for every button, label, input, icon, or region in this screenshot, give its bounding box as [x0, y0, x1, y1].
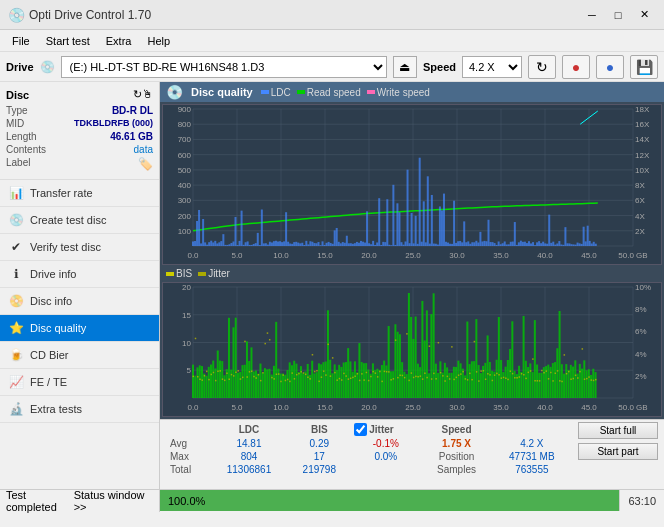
legend-ldc: LDC	[261, 87, 291, 98]
cd-bier-icon: 🍺	[8, 347, 24, 363]
close-button[interactable]: ✕	[632, 5, 656, 25]
window-controls: ─ □ ✕	[580, 5, 656, 25]
max-ldc: 804	[210, 450, 289, 463]
sidebar-item-cd-bier[interactable]: 🍺 CD Bier	[0, 342, 159, 369]
fe-te-icon: 📈	[8, 374, 24, 390]
disc-mid-key: MID	[6, 118, 24, 129]
disc-quality-header: 💿 Disc quality LDC Read speed Write spee…	[160, 82, 664, 102]
disc-length-key: Length	[6, 131, 37, 142]
jitter-checkbox[interactable]	[354, 423, 367, 436]
position-val: 47731 MB	[492, 450, 572, 463]
sidebar-item-transfer-rate[interactable]: 📊 Transfer rate	[0, 180, 159, 207]
sidebar-item-verify-test-disc[interactable]: ✔ Verify test disc	[0, 234, 159, 261]
read-speed-label: Read speed	[307, 87, 361, 98]
write-speed-dot	[367, 90, 375, 94]
sidebar-item-drive-info[interactable]: ℹ Drive info	[0, 261, 159, 288]
save-button[interactable]: 💾	[630, 55, 658, 79]
write-speed-label: Write speed	[377, 87, 430, 98]
chart2-canvas	[163, 283, 661, 416]
menu-start-test[interactable]: Start test	[38, 33, 98, 49]
sidebar-label-transfer-rate: Transfer rate	[30, 187, 93, 199]
read-speed-dot	[297, 90, 305, 94]
disc-quality-icon: ⭐	[8, 320, 24, 336]
max-jitter: 0.0%	[350, 450, 421, 463]
sidebar-label-extra-tests: Extra tests	[30, 403, 82, 415]
sidebar-item-fe-te[interactable]: 📈 FE / TE	[0, 369, 159, 396]
maximize-button[interactable]: □	[606, 5, 630, 25]
chart1-canvas	[163, 105, 661, 264]
sidebar-label-create-test-disc: Create test disc	[30, 214, 106, 226]
disc-refresh-icon[interactable]: ↻🖱	[133, 88, 153, 101]
ldc-dot	[261, 90, 269, 94]
toolbar-btn-2[interactable]: ●	[596, 55, 624, 79]
sidebar-item-extra-tests[interactable]: 🔬 Extra tests	[0, 396, 159, 423]
start-full-button[interactable]: Start full	[578, 422, 658, 439]
disc-length-val: 46.61 GB	[110, 131, 153, 142]
toolbar-btn-1[interactable]: ●	[562, 55, 590, 79]
speed-select[interactable]: 4.2 X	[462, 56, 522, 78]
dq-icon: 💿	[166, 84, 183, 100]
menu-extra[interactable]: Extra	[98, 33, 140, 49]
transfer-rate-icon: 📊	[8, 185, 24, 201]
stats-row-total: Total 11306861 219798 Samples 763555	[166, 463, 572, 476]
title-bar: 💿 Opti Drive Control 1.70 ─ □ ✕	[0, 0, 664, 30]
menu-file[interactable]: File	[4, 33, 38, 49]
eject-button[interactable]: ⏏	[393, 56, 417, 78]
col-bis: BIS	[288, 422, 350, 437]
avg-bis: 0.29	[288, 437, 350, 450]
jitter-dot	[198, 272, 206, 276]
drive-select[interactable]: (E:) HL-DT-ST BD-RE WH16NS48 1.D3	[61, 56, 387, 78]
start-part-button[interactable]: Start part	[578, 443, 658, 460]
disc-mid-val: TDKBLDRFB (000)	[74, 118, 153, 129]
progress-container: 100.0%	[160, 490, 619, 511]
samples-label: Samples	[421, 463, 491, 476]
drive-info-icon: ℹ	[8, 266, 24, 282]
legend-jitter: Jitter	[198, 268, 230, 279]
sidebar-item-disc-info[interactable]: 📀 Disc info	[0, 288, 159, 315]
max-bis: 17	[288, 450, 350, 463]
jitter-check-label[interactable]: Jitter	[354, 423, 417, 436]
legend-write-speed: Write speed	[367, 87, 430, 98]
col-empty2	[492, 422, 572, 437]
ldc-label: LDC	[271, 87, 291, 98]
refresh-button[interactable]: ↻	[528, 55, 556, 79]
sidebar-item-create-test-disc[interactable]: 💿 Create test disc	[0, 207, 159, 234]
samples-val: 763555	[492, 463, 572, 476]
extra-tests-icon: 🔬	[8, 401, 24, 417]
total-bis: 219798	[288, 463, 350, 476]
sidebar-label-disc-info: Disc info	[30, 295, 72, 307]
progress-bar	[160, 490, 619, 511]
disc-contents-val: data	[134, 144, 153, 155]
disc-panel-title: Disc	[6, 89, 29, 101]
chart2-wrapper	[162, 282, 662, 417]
verify-test-disc-icon: ✔	[8, 239, 24, 255]
main-layout: Disc ↻🖱 Type BD-R DL MID TDKBLDRFB (000)…	[0, 82, 664, 489]
max-label: Max	[166, 450, 210, 463]
sidebar-label-disc-quality: Disc quality	[30, 322, 86, 334]
jitter-chart-label: Jitter	[208, 268, 230, 279]
sidebar-item-disc-quality[interactable]: ⭐ Disc quality	[0, 315, 159, 342]
disc-type-val: BD-R DL	[112, 105, 153, 116]
avg-ldc: 14.81	[210, 437, 289, 450]
stats-bar: LDC BIS Jitter Speed	[160, 419, 664, 489]
disc-label-key: Label	[6, 157, 30, 171]
dq-title: Disc quality	[191, 86, 253, 98]
legend2: BIS Jitter	[166, 268, 230, 279]
menu-help[interactable]: Help	[139, 33, 178, 49]
time-display: 63:10	[619, 490, 664, 511]
minimize-button[interactable]: ─	[580, 5, 604, 25]
disc-label-icon[interactable]: 🏷️	[138, 157, 153, 171]
sidebar-label-drive-info: Drive info	[30, 268, 76, 280]
avg-speed-right: 4.2 X	[492, 437, 572, 450]
drive-icon: 💿	[40, 60, 55, 74]
sidebar-nav: 📊 Transfer rate 💿 Create test disc ✔ Ver…	[0, 180, 159, 489]
sidebar: Disc ↻🖱 Type BD-R DL MID TDKBLDRFB (000)…	[0, 82, 160, 489]
col-empty	[166, 422, 210, 437]
disc-info-icon: 📀	[8, 293, 24, 309]
avg-label: Avg	[166, 437, 210, 450]
buttons-panel: Start full Start part	[578, 422, 658, 460]
sidebar-label-verify-test-disc: Verify test disc	[30, 241, 101, 253]
status-window-button[interactable]: Test completed Status window >>	[0, 490, 160, 512]
avg-jitter: -0.1%	[350, 437, 421, 450]
sidebar-label-cd-bier: CD Bier	[30, 349, 69, 361]
